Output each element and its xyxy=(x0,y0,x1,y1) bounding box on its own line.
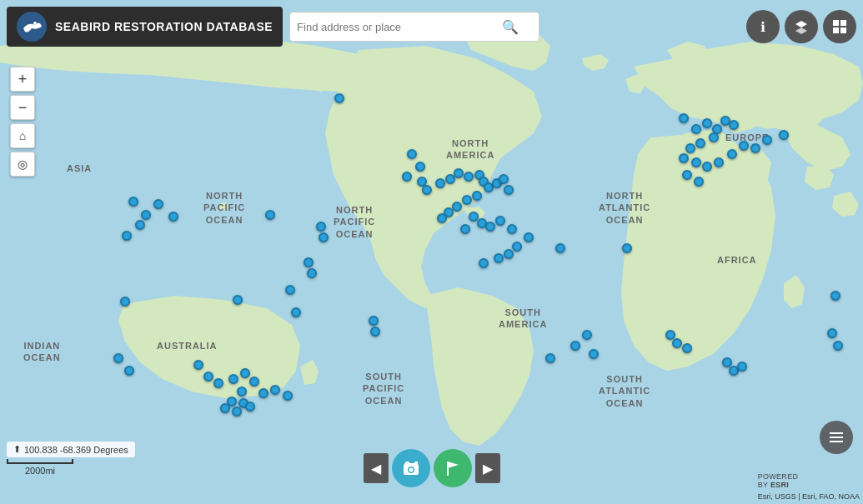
data-point[interactable] xyxy=(135,220,145,230)
zoom-in-button[interactable]: + xyxy=(10,67,35,92)
data-point[interactable] xyxy=(249,377,259,387)
data-point[interactable] xyxy=(168,212,178,222)
data-point[interactable] xyxy=(512,242,522,252)
data-point[interactable] xyxy=(120,297,130,307)
list-button[interactable] xyxy=(820,421,853,454)
data-point[interactable] xyxy=(122,231,132,241)
data-point[interactable] xyxy=(545,353,555,363)
data-point[interactable] xyxy=(193,360,203,370)
data-point[interactable] xyxy=(682,343,692,353)
data-point[interactable] xyxy=(762,135,772,145)
data-point[interactable] xyxy=(113,353,123,363)
data-point[interactable] xyxy=(714,157,724,167)
data-point[interactable] xyxy=(454,168,464,178)
data-point[interactable] xyxy=(415,162,425,172)
data-point[interactable] xyxy=(319,232,329,242)
data-point[interactable] xyxy=(685,143,695,153)
data-point[interactable] xyxy=(485,222,495,232)
data-point[interactable] xyxy=(245,402,255,412)
info-button[interactable]: ℹ xyxy=(746,10,780,43)
data-point[interactable] xyxy=(270,385,280,395)
data-point[interactable] xyxy=(682,170,692,180)
zoom-out-button[interactable]: − xyxy=(10,95,35,120)
data-point[interactable] xyxy=(128,197,138,207)
data-point[interactable] xyxy=(679,153,689,163)
data-point[interactable] xyxy=(827,328,837,338)
data-point[interactable] xyxy=(499,174,509,184)
data-point[interactable] xyxy=(833,341,843,351)
data-point[interactable] xyxy=(141,210,151,220)
data-point[interactable] xyxy=(750,143,760,153)
camera-button[interactable] xyxy=(392,449,430,487)
search-input[interactable] xyxy=(297,21,497,33)
data-point[interactable] xyxy=(153,199,163,209)
data-point[interactable] xyxy=(220,403,230,413)
data-point[interactable] xyxy=(570,341,580,351)
data-point[interactable] xyxy=(203,372,213,382)
data-point[interactable] xyxy=(265,210,275,220)
data-point[interactable] xyxy=(727,149,737,159)
data-point[interactable] xyxy=(582,330,592,340)
data-point[interactable] xyxy=(504,185,514,195)
data-point[interactable] xyxy=(779,130,789,140)
data-point[interactable] xyxy=(240,368,250,378)
search-button[interactable]: 🔍 xyxy=(502,19,519,35)
data-point[interactable] xyxy=(830,291,840,301)
data-point[interactable] xyxy=(739,141,749,151)
layers-button[interactable] xyxy=(785,10,818,43)
data-point[interactable] xyxy=(709,132,719,142)
data-point[interactable] xyxy=(504,249,514,259)
data-point[interactable] xyxy=(622,243,632,253)
data-point[interactable] xyxy=(589,349,599,359)
data-point[interactable] xyxy=(691,124,701,134)
data-point[interactable] xyxy=(524,232,534,242)
data-point[interactable] xyxy=(462,195,472,205)
data-point[interactable] xyxy=(437,213,447,223)
data-point[interactable] xyxy=(479,258,489,268)
data-point[interactable] xyxy=(672,338,682,348)
data-point[interactable] xyxy=(124,366,134,376)
data-point[interactable] xyxy=(291,307,301,317)
data-point[interactable] xyxy=(237,387,247,397)
data-point[interactable] xyxy=(452,202,462,212)
data-point[interactable] xyxy=(507,224,517,234)
data-point[interactable] xyxy=(285,285,295,295)
data-point[interactable] xyxy=(702,162,712,172)
data-point[interactable] xyxy=(737,362,747,372)
data-point[interactable] xyxy=(472,191,482,201)
data-point[interactable] xyxy=(729,120,739,130)
data-point[interactable] xyxy=(213,378,223,388)
data-point[interactable] xyxy=(495,216,505,226)
prev-button[interactable]: ◀ xyxy=(364,453,389,483)
data-point[interactable] xyxy=(307,268,317,278)
data-point[interactable] xyxy=(402,172,412,182)
data-point[interactable] xyxy=(464,172,474,182)
data-point[interactable] xyxy=(407,149,417,159)
data-point[interactable] xyxy=(232,407,242,417)
data-point[interactable] xyxy=(316,222,326,232)
data-point[interactable] xyxy=(228,374,238,384)
data-point[interactable] xyxy=(679,113,689,123)
data-point[interactable] xyxy=(422,185,432,195)
data-point[interactable] xyxy=(369,316,379,326)
data-point[interactable] xyxy=(283,391,293,401)
data-point[interactable] xyxy=(494,253,504,263)
data-point[interactable] xyxy=(695,138,705,148)
home-button[interactable]: ⌂ xyxy=(10,123,35,148)
data-point[interactable] xyxy=(304,257,314,267)
search-bar[interactable]: 🔍 xyxy=(289,12,539,42)
data-point[interactable] xyxy=(702,118,712,128)
next-button[interactable]: ▶ xyxy=(475,453,500,483)
location-button[interactable]: ◎ xyxy=(10,152,35,177)
flag-button[interactable] xyxy=(434,449,472,487)
data-point[interactable] xyxy=(691,157,701,167)
data-point[interactable] xyxy=(694,177,704,187)
data-point[interactable] xyxy=(258,388,268,398)
grid-button[interactable] xyxy=(823,10,856,43)
data-point[interactable] xyxy=(555,243,565,253)
data-point[interactable] xyxy=(435,178,445,188)
data-point[interactable] xyxy=(460,224,470,234)
data-point[interactable] xyxy=(370,327,380,337)
data-point[interactable] xyxy=(334,93,344,103)
data-point[interactable] xyxy=(233,295,243,305)
